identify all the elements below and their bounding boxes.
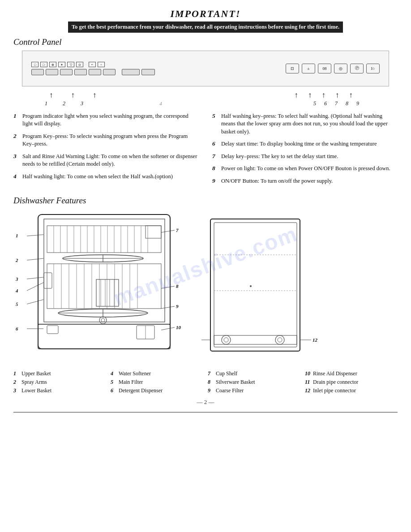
cp-icon-7: *· xyxy=(89,62,96,67)
svg-text:9: 9 xyxy=(176,304,179,309)
dishwasher-side-diagram: 11 12 xyxy=(201,210,309,364)
legend-num-11: 11 xyxy=(305,379,311,386)
control-panel-diagram: □ □· ⊕ ✶ ▽ ⊙ *· + xyxy=(13,51,398,106)
cp-arrow-8: ↑ xyxy=(349,91,353,100)
cp-item-8: 8 Power on light: To come on when Power … xyxy=(212,165,398,173)
features-section: Dishwasher Features xyxy=(13,196,398,394)
legend-label-11: Drain pipe connector xyxy=(313,379,358,386)
svg-rect-23 xyxy=(47,264,161,309)
legend-num-8: 8 xyxy=(208,379,214,386)
cp-items-right: 5 Half washing key–press: To select half… xyxy=(212,112,398,190)
svg-point-44 xyxy=(99,317,107,324)
control-panel-title: Control Panel xyxy=(13,37,398,47)
svg-rect-0 xyxy=(38,215,170,349)
cp-num-label-5: 5 xyxy=(313,100,316,107)
cp-item-7-text: Delay key–press: The key to set the dela… xyxy=(221,153,338,161)
cp-btn-7[interactable] xyxy=(122,69,140,75)
cp-left-side: □ □· ⊕ ✶ ▽ ⊙ *· + xyxy=(31,62,155,75)
svg-text:6: 6 xyxy=(16,326,18,331)
legend-label-2: Spray Arms xyxy=(21,379,47,386)
svg-text:5: 5 xyxy=(16,301,18,307)
cp-item-6: 6 Delay start time: To display booking t… xyxy=(212,140,398,148)
cp-item-4: 4 Half washing light: To come on when se… xyxy=(13,173,199,181)
cp-num-label-3: 3 xyxy=(81,100,83,107)
legend-num-5: 5 xyxy=(111,379,117,386)
cp-btn-4[interactable] xyxy=(74,69,87,75)
cp-item-7-num: 7 xyxy=(212,153,218,160)
cp-arrow-4: ↑ xyxy=(295,91,299,100)
cp-num-label-6: 6 xyxy=(324,100,327,107)
cp-num-label-9: 9 xyxy=(356,100,359,107)
cp-item-1-text: Program indicator light when you select … xyxy=(22,112,199,128)
legend-item-1: 1 Upper Basket xyxy=(13,370,106,377)
svg-rect-70 xyxy=(210,219,300,351)
svg-text:12: 12 xyxy=(313,337,318,343)
svg-line-54 xyxy=(27,277,43,279)
svg-text:2: 2 xyxy=(15,257,18,263)
svg-point-79 xyxy=(250,285,252,287)
svg-rect-49 xyxy=(47,326,58,334)
svg-line-50 xyxy=(27,235,43,236)
cp-icon-4: ✶ xyxy=(58,62,65,67)
legend-num-12: 12 xyxy=(305,387,311,394)
legend-num-10: 10 xyxy=(305,370,311,377)
cp-right-side: ⊡ ± 08 ◎ Ⓟ I○ xyxy=(286,64,380,73)
cp-rbox-5: Ⓟ xyxy=(350,64,364,73)
cp-icon-2: □· xyxy=(40,62,47,67)
cp-icon-5: ▽ xyxy=(67,62,74,67)
cp-btn-2[interactable] xyxy=(46,69,58,75)
cp-btn-8[interactable] xyxy=(141,69,155,75)
cp-arrow-7: ↑ xyxy=(335,91,339,100)
cp-rbox-1: ⊡ xyxy=(286,64,299,73)
cp-arrow-2: ↑ xyxy=(71,91,75,100)
cp-item-9-num: 9 xyxy=(212,177,218,184)
cp-num-label-7: 7 xyxy=(335,100,338,107)
page-number: — 2 — xyxy=(13,399,398,406)
cp-item-4-text: Half washing light: To come on when sele… xyxy=(22,173,173,181)
important-title: IMPORTANT! xyxy=(13,8,398,20)
legend-label-9: Coarse Filter xyxy=(216,387,244,394)
cp-btn-3[interactable] xyxy=(60,69,73,75)
cp-item-3-text: Salt and Rinse Aid Warning Light: To com… xyxy=(22,153,199,168)
cp-icon-1: □ xyxy=(31,62,39,67)
legend-label-5: Main Filter xyxy=(119,379,143,386)
svg-rect-71 xyxy=(214,223,297,347)
cp-item-3-num: 3 xyxy=(13,153,20,160)
features-legend: 1 Upper Basket 4 Water Softener 7 Cup Sh… xyxy=(13,370,398,394)
svg-line-58 xyxy=(27,300,43,304)
svg-line-64 xyxy=(161,286,175,288)
bottom-border xyxy=(13,412,398,412)
legend-label-10: Rinse Aid Dispenser xyxy=(313,370,357,377)
cp-arrow-5: ↑ xyxy=(308,91,312,100)
cp-item-8-text: Power on light: To come on when Power ON… xyxy=(221,165,390,173)
cp-rbox-3: 08 xyxy=(318,64,331,73)
svg-point-77 xyxy=(275,335,284,344)
cp-item-5-num: 5 xyxy=(212,112,218,120)
cp-item-6-text: Delay start time: To display booking tim… xyxy=(221,140,377,148)
svg-rect-36 xyxy=(96,279,119,306)
svg-text:7: 7 xyxy=(176,227,179,233)
cp-item-5: 5 Half washing key–press: To select half… xyxy=(212,112,398,136)
cp-item-9: 9 ON/OFF Button: To turn on/off the powe… xyxy=(212,177,398,185)
svg-line-56 xyxy=(27,283,43,291)
svg-text:3: 3 xyxy=(15,276,18,282)
svg-text:1: 1 xyxy=(16,233,18,238)
svg-text:8: 8 xyxy=(176,283,179,289)
legend-item-5: 5 Main Filter xyxy=(111,379,203,386)
cp-btn-6[interactable] xyxy=(103,69,116,75)
cp-item-2-text: Program Key–press: To selecte washing pr… xyxy=(22,133,199,148)
cp-icon-6: ⊙ xyxy=(76,62,83,67)
svg-rect-46 xyxy=(44,273,52,288)
legend-label-1: Upper Basket xyxy=(21,370,51,377)
legend-num-7: 7 xyxy=(208,370,214,377)
svg-line-62 xyxy=(161,230,175,232)
legend-item-11: 11 Drain pipe connector xyxy=(305,379,398,386)
cp-item-6-num: 6 xyxy=(212,140,218,147)
svg-point-75 xyxy=(222,335,231,344)
legend-num-6: 6 xyxy=(111,387,117,394)
legend-label-4: Water Softener xyxy=(119,370,151,377)
cp-btn-1[interactable] xyxy=(31,69,44,75)
cp-btn-5[interactable] xyxy=(89,69,101,75)
svg-line-68 xyxy=(161,327,175,330)
cp-arrow-6: ↑ xyxy=(322,91,326,100)
